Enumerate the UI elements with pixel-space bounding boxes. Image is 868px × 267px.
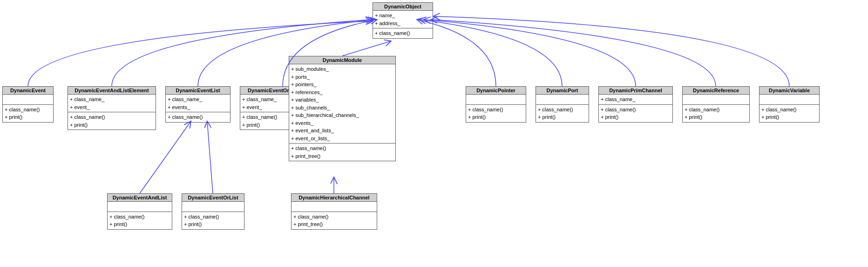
section1-dynamic-object: + name_ + address_ xyxy=(373,11,433,28)
box-dynamic-event-list: DynamicEventList + class_name_ + events_… xyxy=(165,86,231,123)
box-dynamic-prim-channel: DynamicPrimChannel + class_name_ + class… xyxy=(598,86,673,123)
title-dynamic-event-list: DynamicEventList xyxy=(166,87,230,95)
title-dynamic-event: DynamicEvent xyxy=(3,87,53,95)
title-dynamic-port: DynamicPort xyxy=(536,87,589,95)
diagram-container: DynamicObject + name_ + address_ + class… xyxy=(0,0,868,267)
section2-dynamic-module: + class_name() + print_tree() xyxy=(289,144,395,161)
section1-dynamic-port xyxy=(536,95,589,105)
section2-dynamic-pointer: + class_name() + print() xyxy=(466,105,526,122)
title-dynamic-module: DynamicModule xyxy=(289,56,395,64)
section1-dynamic-pointer xyxy=(466,95,526,105)
section2-dynamic-event-list: + class_name() xyxy=(166,112,230,122)
svg-line-3 xyxy=(207,121,213,193)
title-dynamic-variable: DynamicVariable xyxy=(760,87,819,95)
title-dynamic-event-or-list: DynamicEventOrList xyxy=(182,194,244,202)
box-dynamic-event: DynamicEvent + class_name() + print() xyxy=(2,86,54,123)
section1-dynamic-module: + sub_modules_ + ports_ + pointers_ + re… xyxy=(289,64,395,144)
box-dynamic-port: DynamicPort + class_name() + print() xyxy=(536,86,589,123)
title-dynamic-hierarchical-channel: DynamicHierarchicalChannel xyxy=(292,194,377,202)
box-dynamic-reference: DynamicReference + class_name() + print(… xyxy=(682,86,750,123)
section2-dynamic-event-or-list: + class_name() + print() xyxy=(182,212,244,229)
title-dynamic-event-and-list: DynamicEventAndList xyxy=(108,194,172,202)
section2-dynamic-event: + class_name() + print() xyxy=(3,105,53,122)
box-dynamic-hierarchical-channel: DynamicHierarchicalChannel + class_name(… xyxy=(291,193,377,230)
section1-dynamic-event-list: + class_name_ + events_ xyxy=(166,95,230,112)
section2-dynamic-prim-channel: + class_name() + print() xyxy=(599,105,672,122)
box-dynamic-event-and-list: DynamicEventAndList + class_name() + pri… xyxy=(107,193,172,230)
section2-dynamic-event-and-list: + class_name() + print() xyxy=(108,212,172,229)
section2-dynamic-object: + class_name() xyxy=(373,28,433,38)
section1-dynamic-event-and-list xyxy=(108,202,172,212)
svg-line-1 xyxy=(342,41,391,56)
box-dynamic-event-or-list: DynamicEventOrList + class_name() + prin… xyxy=(182,193,244,230)
section1-dynamic-event xyxy=(3,95,53,105)
section1-dynamic-event-or-list xyxy=(182,202,244,212)
box-dynamic-module: DynamicModule + sub_modules_ + ports_ + … xyxy=(289,56,396,161)
svg-line-2 xyxy=(140,121,191,193)
box-dynamic-event-and-list-element: DynamicEventAndListElement + class_name_… xyxy=(68,86,156,130)
section1-dynamic-variable xyxy=(760,95,819,105)
section1-dynamic-event-and-list-element: + class_name_ + event_ xyxy=(68,95,156,112)
title-dynamic-event-and-list-element: DynamicEventAndListElement xyxy=(68,87,156,95)
section1-dynamic-prim-channel: + class_name_ xyxy=(599,95,672,105)
title-dynamic-reference: DynamicReference xyxy=(683,87,749,95)
title-dynamic-pointer: DynamicPointer xyxy=(466,87,526,95)
section2-dynamic-hierarchical-channel: + class_name() + print_tree() xyxy=(292,212,377,229)
box-dynamic-pointer: DynamicPointer + class_name() + print() xyxy=(466,86,526,123)
title-dynamic-prim-channel: DynamicPrimChannel xyxy=(599,87,672,95)
box-dynamic-variable: DynamicVariable + class_name() + print() xyxy=(759,86,820,123)
section2-dynamic-event-and-list-element: + class_name() + print() xyxy=(68,112,156,130)
section2-dynamic-reference: + class_name() + print() xyxy=(683,105,749,122)
section2-dynamic-variable: + class_name() + print() xyxy=(760,105,819,122)
section1-dynamic-reference xyxy=(683,95,749,105)
section1-dynamic-hierarchical-channel xyxy=(292,202,377,212)
title-dynamic-object: DynamicObject xyxy=(373,3,433,11)
box-dynamic-object: DynamicObject + name_ + address_ + class… xyxy=(373,2,433,39)
section2-dynamic-port: + class_name() + print() xyxy=(536,105,589,122)
